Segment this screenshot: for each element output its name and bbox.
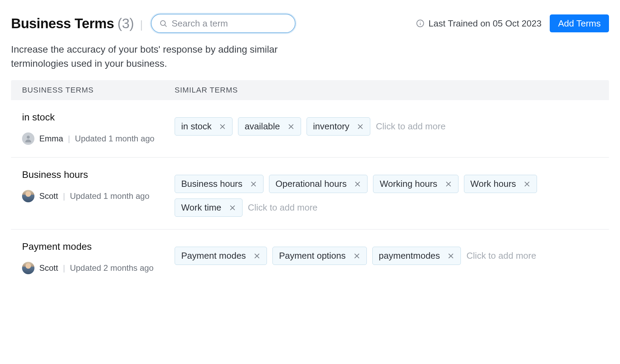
term-tag[interactable]: inventory bbox=[307, 117, 371, 136]
meta-separator: | bbox=[63, 263, 65, 273]
table-row: in stockEmma|Updated 1 month agoin stock… bbox=[11, 100, 609, 158]
search-input[interactable] bbox=[172, 18, 287, 29]
page-header: Business Terms (3) | Last Trained on 05 … bbox=[11, 14, 609, 33]
term-tag[interactable]: paymentmodes bbox=[372, 247, 461, 265]
last-trained-text: Last Trained on 05 Oct 2023 bbox=[428, 18, 541, 29]
term-tag-label: Payment modes bbox=[181, 250, 246, 261]
term-tag[interactable]: Payment modes bbox=[175, 247, 267, 265]
author-name: Scott bbox=[39, 263, 58, 273]
term-tag[interactable]: Work hours bbox=[464, 175, 537, 193]
close-icon[interactable] bbox=[445, 181, 452, 188]
term-tag[interactable]: in stock bbox=[175, 117, 232, 136]
updated-label: Updated 1 month ago bbox=[75, 134, 155, 143]
term-tag-label: inventory bbox=[313, 121, 350, 132]
term-tag-label: Operational hours bbox=[276, 179, 347, 189]
avatar bbox=[22, 132, 34, 145]
close-icon[interactable] bbox=[354, 181, 361, 188]
term-tag-label: Payment options bbox=[279, 250, 346, 261]
meta-separator: | bbox=[63, 191, 65, 201]
svg-line-1 bbox=[165, 25, 166, 26]
meta-separator: | bbox=[68, 134, 70, 143]
updated-label: Updated 2 months ago bbox=[70, 263, 154, 273]
term-tag[interactable]: available bbox=[238, 117, 301, 136]
term-tag-label: Business hours bbox=[181, 179, 242, 189]
avatar bbox=[22, 190, 34, 202]
term-tag-label: in stock bbox=[181, 121, 211, 132]
page-title-text: Business Terms bbox=[11, 16, 114, 31]
term-tag[interactable]: Operational hours bbox=[269, 175, 368, 193]
term-tag-label: available bbox=[245, 121, 280, 132]
last-trained-label: Last Trained on 05 Oct 2023 bbox=[416, 18, 541, 29]
close-icon[interactable] bbox=[357, 123, 364, 130]
page-title-count: (3) bbox=[117, 16, 134, 31]
svg-point-5 bbox=[27, 136, 30, 139]
add-more-placeholder[interactable]: Click to add more bbox=[248, 202, 318, 213]
add-more-placeholder[interactable]: Click to add more bbox=[376, 121, 445, 132]
author-name: Scott bbox=[39, 191, 58, 201]
close-icon[interactable] bbox=[288, 123, 294, 130]
close-icon[interactable] bbox=[219, 123, 226, 130]
term-meta: Scott|Updated 1 month ago bbox=[22, 190, 175, 202]
table-row: Payment modesScott|Updated 2 months agoP… bbox=[11, 229, 609, 287]
close-icon[interactable] bbox=[353, 253, 360, 259]
table-header: BUSINESS TERMS SIMILAR TERMS bbox=[11, 80, 609, 100]
term-tag[interactable]: Work time bbox=[175, 199, 242, 217]
add-terms-button[interactable]: Add Terms bbox=[550, 14, 609, 32]
svg-point-0 bbox=[161, 21, 165, 25]
title-separator: | bbox=[140, 18, 143, 31]
term-tag-label: Working hours bbox=[380, 179, 437, 189]
term-name: Business hours bbox=[22, 169, 175, 180]
page-title: Business Terms (3) | bbox=[11, 16, 143, 31]
term-meta: Scott|Updated 2 months ago bbox=[22, 262, 175, 274]
column-business-terms: BUSINESS TERMS bbox=[11, 86, 175, 95]
terms-list: in stockEmma|Updated 1 month agoin stock… bbox=[11, 100, 609, 287]
term-tag-label: Work time bbox=[181, 202, 221, 213]
term-cell: Business hoursScott|Updated 1 month ago bbox=[11, 169, 175, 202]
page-description: Increase the accuracy of your bots' resp… bbox=[11, 43, 293, 71]
close-icon[interactable] bbox=[524, 181, 530, 188]
author-name: Emma bbox=[39, 134, 63, 143]
close-icon[interactable] bbox=[254, 253, 260, 259]
info-icon bbox=[416, 19, 424, 28]
term-tag-label: Work hours bbox=[471, 179, 516, 189]
column-similar-terms: SIMILAR TERMS bbox=[175, 86, 609, 95]
add-more-placeholder[interactable]: Click to add more bbox=[466, 250, 536, 261]
term-name: Payment modes bbox=[22, 241, 175, 252]
updated-label: Updated 1 month ago bbox=[70, 191, 149, 201]
term-cell: in stockEmma|Updated 1 month ago bbox=[11, 112, 175, 145]
term-tag-label: paymentmodes bbox=[379, 250, 440, 261]
avatar bbox=[22, 262, 34, 274]
term-name: in stock bbox=[22, 112, 175, 123]
term-cell: Payment modesScott|Updated 2 months ago bbox=[11, 241, 175, 274]
similar-terms-cell: in stockavailableinventoryClick to add m… bbox=[175, 112, 609, 136]
term-meta: Emma|Updated 1 month ago bbox=[22, 132, 175, 145]
search-field[interactable] bbox=[151, 14, 296, 33]
similar-terms-cell: Business hoursOperational hoursWorking h… bbox=[175, 169, 609, 217]
close-icon[interactable] bbox=[250, 181, 257, 188]
close-icon[interactable] bbox=[447, 253, 454, 259]
similar-terms-cell: Payment modesPayment optionspaymentmodes… bbox=[175, 241, 609, 265]
table-row: Business hoursScott|Updated 1 month agoB… bbox=[11, 158, 609, 229]
term-tag[interactable]: Payment options bbox=[272, 247, 367, 265]
user-icon bbox=[24, 134, 33, 143]
search-icon bbox=[159, 19, 167, 28]
close-icon[interactable] bbox=[229, 204, 236, 211]
term-tag[interactable]: Working hours bbox=[373, 175, 458, 193]
term-tag[interactable]: Business hours bbox=[175, 175, 264, 193]
